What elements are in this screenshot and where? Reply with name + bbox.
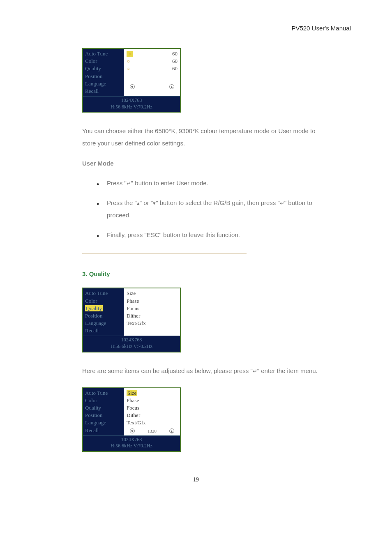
step-item: Press "↵" button to enter User mode. xyxy=(95,177,326,189)
osd-menu-item: Language xyxy=(85,320,122,327)
model-number: PV520 xyxy=(291,25,310,32)
up-nav-icon: ▴ xyxy=(169,84,174,89)
osd-right-panel: Size Phase Focus Dither Text/Gfx xyxy=(124,288,180,336)
osd-menu-size: Auto Tune Color Quality Position Languag… xyxy=(82,387,181,452)
osd-submenu-item: Focus xyxy=(127,305,178,312)
up-nav-icon: ▴ xyxy=(169,428,174,433)
user-mode-steps: Press "↵" button to enter User mode. Pre… xyxy=(82,177,326,241)
osd-resolution: 1024X768 xyxy=(83,97,180,104)
sun-icon: ☼ xyxy=(127,51,133,57)
step-item: Press the "▴" or "▾" button to select th… xyxy=(95,197,326,221)
osd-menu-item: Position xyxy=(85,412,122,419)
osd-menu-quality: Auto Tune Color Quality Position Languag… xyxy=(82,288,181,352)
osd-submenu-item: Dither xyxy=(127,412,178,419)
osd-submenu-item: Focus xyxy=(127,404,178,412)
osd-menu-item: Language xyxy=(85,80,122,88)
osd-right-panel: Size Phase Focus Dither Text/Gfx ▾ 1328 … xyxy=(124,388,180,435)
osd-frequency: H:56.6kHz V:70.2Hz xyxy=(83,443,180,449)
page-header: PV520 User's Manual xyxy=(41,25,351,32)
sun-icon: ☼ xyxy=(127,66,130,71)
quality-description: Here are some items can be adjusted as b… xyxy=(82,365,326,377)
osd-menu-item: Position xyxy=(85,312,122,320)
osd-menu-item: Auto Tune xyxy=(85,290,122,297)
manual-title: User's Manual xyxy=(312,25,351,32)
osd-footer: 1024X768 H:56.6kHz V:70.2Hz xyxy=(83,96,180,112)
osd-frequency: H:56.6kHz V:70.2Hz xyxy=(83,104,180,111)
osd-value: 60 xyxy=(172,58,178,65)
osd-menu-item: Auto Tune xyxy=(85,389,122,397)
step-item: Finally, press "ESC" button to leave thi… xyxy=(95,229,326,241)
sun-icon: ☼ xyxy=(127,58,130,64)
page-content: Auto Tune Color Quality Position Languag… xyxy=(82,48,326,452)
osd-right-panel: ☼60 ☼60 ☼60 ▾ ▴ xyxy=(124,49,180,96)
osd-footer: 1024X768 H:56.6kHz V:70.2Hz xyxy=(83,435,180,451)
osd-left-menu: Auto Tune Color Quality Position Languag… xyxy=(83,288,124,336)
osd-menu-item: Color xyxy=(85,397,122,404)
osd-submenu-item: Size xyxy=(127,290,178,297)
osd-menu-item: Recall xyxy=(85,88,122,95)
osd-submenu-item: Phase xyxy=(127,397,178,404)
osd-menu-item: Recall xyxy=(85,427,122,434)
osd-left-menu: Auto Tune Color Quality Position Languag… xyxy=(83,388,124,435)
osd-submenu-item: Phase xyxy=(127,297,178,305)
up-icon: ▴ xyxy=(137,200,140,206)
down-nav-icon: ▾ xyxy=(130,84,135,89)
osd-value: 60 xyxy=(172,65,178,72)
enter-icon: ↵ xyxy=(253,368,257,374)
slider-value: 1328 xyxy=(148,428,157,433)
osd-submenu-item: Text/Gfx xyxy=(127,419,178,426)
color-temp-description: You can choose either the 6500°K, 9300°K… xyxy=(82,125,326,150)
osd-value: 60 xyxy=(172,50,178,58)
osd-menu-item: Auto Tune xyxy=(85,50,122,58)
osd-menu-item: Color xyxy=(85,297,122,305)
osd-menu-color: Auto Tune Color Quality Position Languag… xyxy=(82,48,181,113)
osd-submenu-item: Size xyxy=(127,389,178,397)
osd-resolution: 1024X768 xyxy=(83,437,180,443)
osd-menu-item: Position xyxy=(85,73,122,80)
osd-footer: 1024X768 H:56.6kHz V:70.2Hz xyxy=(83,336,180,351)
osd-menu-item: Color xyxy=(85,58,122,65)
osd-menu-item: Quality xyxy=(85,305,122,312)
osd-left-menu: Auto Tune Color Quality Position Languag… xyxy=(83,49,124,96)
osd-submenu-item: Text/Gfx xyxy=(127,320,178,327)
section-divider xyxy=(82,253,247,254)
osd-menu-item: Quality xyxy=(85,404,122,412)
quality-heading: 3. Quality xyxy=(82,270,326,277)
osd-menu-item: Language xyxy=(85,419,122,426)
osd-resolution: 1024X768 xyxy=(83,337,180,343)
osd-menu-item: Recall xyxy=(85,327,122,334)
enter-icon: ↵ xyxy=(280,200,284,206)
osd-submenu-item: Dither xyxy=(127,312,178,320)
page-number: 19 xyxy=(41,477,351,483)
user-mode-heading: User Mode xyxy=(82,160,326,167)
osd-frequency: H:56.6kHz V:70.2Hz xyxy=(83,343,180,350)
osd-menu-item: Quality xyxy=(85,65,122,72)
enter-icon: ↵ xyxy=(127,180,131,187)
down-nav-icon: ▾ xyxy=(130,428,135,433)
